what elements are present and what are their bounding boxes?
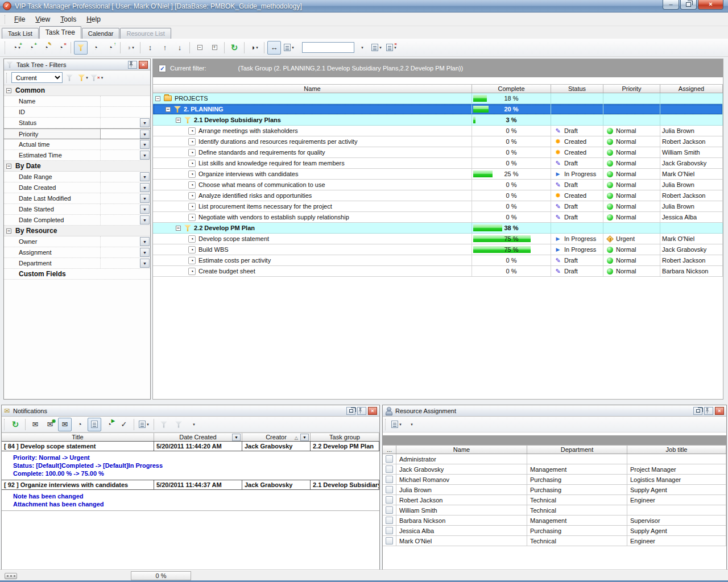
- dropdown-button[interactable]: ▼: [140, 183, 150, 192]
- dropdown-button[interactable]: ▼: [140, 215, 150, 225]
- task-row[interactable]: ◔Choose what means of communication to u…: [153, 180, 723, 190]
- resource-checkbox[interactable]: [386, 465, 393, 473]
- dropdown-button[interactable]: ▼: [140, 205, 150, 214]
- refresh-button[interactable]: ↻: [228, 41, 241, 55]
- task-row[interactable]: −PROJECTS18 %: [153, 93, 723, 104]
- column-header-item[interactable]: ...: [383, 446, 396, 454]
- task-row[interactable]: ◔Develop scope statement75 %▶In Progress…: [153, 234, 723, 244]
- task-row[interactable]: ◔Build WBS75 %▶In ProgressNormal Jack Gr…: [153, 244, 723, 255]
- move-up-button[interactable]: ↑: [158, 41, 172, 55]
- column-filter-button[interactable]: ▼: [232, 434, 241, 441]
- task-row[interactable]: ◔Estimate costs per activity0 %✎DraftNor…: [153, 255, 723, 266]
- resource-checkbox[interactable]: [386, 486, 393, 493]
- columns-button[interactable]: ▾: [137, 418, 151, 431]
- filter-value-cell[interactable]: [100, 96, 150, 106]
- dropdown-button[interactable]: ▼: [140, 237, 150, 246]
- task-row[interactable]: ◔Negotiate with vendors to establish sup…: [153, 212, 723, 223]
- task-row[interactable]: ◔Define standards and requirements for q…: [153, 147, 723, 158]
- resource-checkbox[interactable]: [386, 537, 393, 544]
- filter-row-actual-time[interactable]: Actual time▼: [4, 139, 150, 150]
- column-header-complete[interactable]: Complete: [472, 85, 551, 93]
- notification-row[interactable]: [ 84 ] Develop scope statement5/20/2011 …: [2, 441, 379, 451]
- task-complete-button[interactable]: ◔↑: [104, 41, 117, 55]
- filter-preset-select[interactable]: Current: [11, 72, 63, 83]
- filter-row-status[interactable]: Status▼: [4, 118, 150, 128]
- notification-row[interactable]: [ 92 ] Organize interviews with candidat…: [2, 480, 379, 490]
- task-row[interactable]: −2.1 Develop Subsidiary Plans3 %: [153, 115, 723, 126]
- layout-save-button[interactable]: ▾: [370, 41, 383, 55]
- column-header-department[interactable]: Department: [527, 446, 627, 454]
- task-row[interactable]: −2. PLANNING20 %: [153, 104, 723, 115]
- menu-item-tools[interactable]: Tools: [55, 14, 81, 25]
- restore-panel-button[interactable]: [346, 407, 355, 415]
- filter-row-department[interactable]: Department▼: [4, 258, 150, 269]
- dropdown-button[interactable]: ▼: [140, 118, 150, 127]
- filter-section-by-date[interactable]: −By Date: [4, 161, 150, 172]
- filter-row-date-created[interactable]: Date Created▼: [4, 182, 150, 193]
- collapse-icon[interactable]: −: [6, 164, 11, 169]
- resource-checkbox[interactable]: [386, 506, 393, 514]
- menu-item-file[interactable]: File: [9, 14, 30, 25]
- more-options-button[interactable]: ▾: [404, 418, 418, 431]
- collapse-icon[interactable]: −: [6, 88, 11, 93]
- column-header-title[interactable]: Title: [2, 433, 154, 441]
- column-header-name[interactable]: Name: [153, 85, 472, 93]
- filter-clear-button[interactable]: [172, 418, 185, 431]
- close-panel-button[interactable]: ×: [139, 61, 148, 69]
- mark-unread-button[interactable]: ✉◉: [43, 418, 57, 431]
- tab-resource-list[interactable]: Resource List: [120, 28, 171, 39]
- dropdown-button[interactable]: ▼: [140, 259, 150, 268]
- resource-row[interactable]: Julia BrownPurchasingSupply Agent: [383, 485, 726, 495]
- delete-task-button[interactable]: ◔×: [54, 41, 68, 55]
- column-header-task-group[interactable]: Task group: [311, 433, 379, 441]
- columns-button[interactable]: ▾: [390, 418, 403, 431]
- column-header-date-created[interactable]: Date Created▼: [154, 433, 242, 441]
- mark-read-button[interactable]: ✉: [28, 418, 42, 431]
- column-header-name[interactable]: Name: [396, 446, 527, 454]
- filter-value-cell[interactable]: [100, 107, 150, 117]
- filter-toggle-button[interactable]: [74, 41, 88, 55]
- close-button[interactable]: ×: [698, 0, 723, 10]
- minimize-button[interactable]: –: [663, 0, 679, 10]
- resource-row[interactable]: Mark O'NielTechnicalEngineer: [383, 536, 726, 546]
- move-updown-button[interactable]: ↕: [143, 41, 157, 55]
- pin-button[interactable]: [704, 407, 713, 415]
- column-header-priority[interactable]: Priority: [603, 85, 660, 93]
- dropdown-button[interactable]: ▼: [140, 248, 150, 257]
- restore-button[interactable]: [680, 0, 697, 10]
- tree-collapse-icon[interactable]: −: [166, 107, 171, 112]
- new-task-button[interactable]: ◔+▾: [10, 41, 23, 55]
- tab-calendar[interactable]: Calendar: [82, 28, 120, 39]
- collapse-all-button[interactable]: −: [193, 41, 206, 55]
- tree-collapse-icon[interactable]: −: [155, 96, 160, 101]
- refresh-button[interactable]: ↻: [9, 418, 22, 431]
- resource-checkbox[interactable]: [386, 476, 393, 483]
- task-row[interactable]: ◔List procurement items necessary for th…: [153, 201, 723, 212]
- close-panel-button[interactable]: ×: [368, 407, 377, 415]
- menu-item-help[interactable]: Help: [81, 14, 106, 25]
- dropdown-button[interactable]: ▼: [140, 194, 150, 203]
- filter-row-date-completed[interactable]: Date Completed▼: [4, 215, 150, 226]
- filter-row-priority[interactable]: Priority▼: [4, 128, 150, 139]
- delete-filter-button[interactable]: ×▾: [90, 72, 103, 84]
- clear-filter-button[interactable]: [63, 72, 76, 84]
- pin-button[interactable]: [128, 61, 137, 69]
- column-header-creator[interactable]: Creator△▼: [242, 433, 311, 441]
- column-header-job-title[interactable]: Job title: [627, 446, 726, 454]
- filter-row-estimated-time[interactable]: Estimated Time▼: [4, 150, 150, 161]
- dropdown-button[interactable]: ▼: [140, 130, 150, 139]
- more-options-button[interactable]: ▾: [187, 418, 200, 431]
- task-row[interactable]: ◔List skills and knowledge required for …: [153, 158, 723, 169]
- filter-button[interactable]: [157, 418, 171, 431]
- edit-task-button[interactable]: ◔✎: [39, 41, 53, 55]
- restore-panel-button[interactable]: [693, 407, 702, 415]
- task-row[interactable]: ◔Organize interviews with candidates25 %…: [153, 169, 723, 180]
- tab-task-tree[interactable]: Task Tree: [39, 26, 81, 39]
- collapse-icon[interactable]: −: [6, 228, 11, 234]
- task-row[interactable]: −2.2 Develop PM Plan38 %: [153, 223, 723, 234]
- filter-section-common[interactable]: −Common: [4, 85, 150, 96]
- task-row[interactable]: ◔Create budget sheet0 %✎DraftNormal Barb…: [153, 266, 723, 277]
- task-row[interactable]: ◔Identify durations and resources requir…: [153, 136, 723, 147]
- pin-button[interactable]: [357, 407, 366, 415]
- column-header-assigned[interactable]: Assigned: [660, 85, 723, 93]
